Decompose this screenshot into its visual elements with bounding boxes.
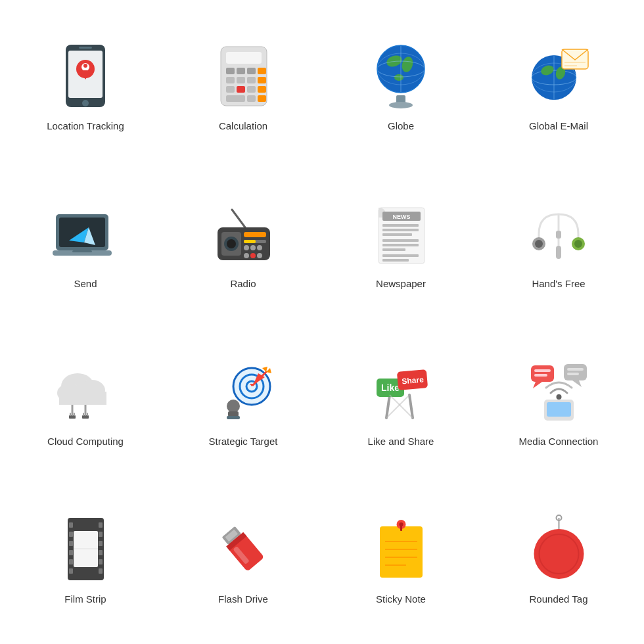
location-tracking-label: Location Tracking: [47, 120, 124, 131]
film-strip-label: Film Strip: [64, 593, 106, 605]
icon-cell-send[interactable]: Send: [7, 164, 164, 322]
hands-free-label: Hand's Free: [532, 278, 585, 289]
svg-line-52: [232, 210, 245, 227]
svg-rect-129: [567, 373, 579, 375]
svg-rect-96: [83, 413, 84, 416]
radio-label: Radio: [230, 278, 256, 289]
svg-rect-74: [382, 244, 419, 246]
svg-point-31: [394, 74, 403, 81]
svg-rect-57: [244, 232, 266, 237]
svg-rect-10: [226, 52, 262, 64]
svg-rect-95: [74, 413, 75, 416]
icon-cell-location-tracking[interactable]: Location Tracking: [7, 7, 164, 164]
flash-drive-label: Flash Drive: [218, 593, 268, 605]
svg-rect-22: [258, 86, 266, 93]
svg-rect-15: [226, 77, 235, 83]
flash-drive-icon: [207, 513, 279, 586]
svg-rect-76: [382, 254, 419, 257]
svg-rect-139: [99, 532, 103, 537]
globe-icon: [365, 40, 437, 112]
svg-rect-150: [380, 526, 423, 578]
svg-text:NEWS: NEWS: [392, 213, 410, 219]
svg-point-61: [250, 245, 256, 250]
global-email-icon: [522, 40, 595, 112]
svg-point-60: [244, 245, 249, 250]
icon-cell-like-and-share[interactable]: Like Share Like and Share: [322, 322, 480, 480]
svg-marker-123: [533, 382, 542, 388]
sticky-note-label: Sticky Note: [376, 593, 426, 605]
svg-rect-17: [247, 77, 256, 83]
svg-rect-137: [69, 568, 73, 574]
svg-rect-23: [226, 95, 245, 102]
icon-cell-radio[interactable]: Radio: [164, 164, 322, 322]
svg-rect-124: [534, 369, 551, 372]
svg-marker-127: [572, 380, 582, 387]
like-and-share-icon: Like Share: [365, 356, 437, 428]
svg-rect-21: [247, 86, 256, 93]
svg-text:Like: Like: [380, 382, 399, 393]
svg-rect-20: [237, 86, 245, 93]
svg-point-83: [574, 240, 582, 248]
svg-rect-143: [99, 568, 103, 574]
svg-rect-133: [69, 532, 73, 537]
hands-free-icon: [522, 198, 595, 270]
icon-cell-hands-free[interactable]: Hand's Free: [480, 164, 637, 322]
send-label: Send: [74, 278, 97, 289]
svg-rect-140: [99, 541, 103, 546]
like-and-share-label: Like and Share: [368, 436, 434, 447]
svg-point-6: [82, 100, 89, 106]
svg-rect-138: [99, 522, 103, 528]
location-tracking-icon: [49, 40, 122, 112]
svg-rect-25: [258, 95, 266, 102]
strategic-target-label: Strategic Target: [209, 436, 278, 447]
newspaper-icon: NEWS: [365, 198, 437, 270]
svg-point-81: [535, 240, 543, 248]
svg-text:Share: Share: [401, 375, 424, 386]
icon-cell-strategic-target[interactable]: Strategic Target: [164, 322, 322, 480]
icon-cell-flash-drive[interactable]: Flash Drive: [164, 480, 322, 637]
icon-cell-film-strip[interactable]: Film Strip: [7, 480, 164, 637]
globe-label: Globe: [388, 120, 414, 131]
svg-rect-134: [69, 541, 73, 546]
film-strip-icon: [49, 513, 122, 586]
cloud-computing-icon: [49, 356, 122, 428]
rounded-tag-label: Rounded Tag: [530, 593, 588, 605]
icon-cell-cloud-computing[interactable]: Cloud Computing: [7, 322, 164, 480]
icon-cell-sticky-note[interactable]: Sticky Note: [322, 480, 480, 637]
sticky-note-icon: [365, 513, 437, 586]
svg-point-27: [389, 102, 413, 108]
svg-rect-7: [79, 47, 92, 49]
svg-rect-141: [99, 550, 103, 555]
icon-cell-newspaper[interactable]: NEWS Newspaper: [322, 164, 480, 322]
icon-cell-global-email[interactable]: Global E-Mail: [480, 7, 637, 164]
radio-icon: [207, 198, 279, 270]
icon-cell-media-connection[interactable]: Media Connection: [480, 322, 637, 480]
svg-rect-93: [70, 413, 71, 416]
svg-rect-88: [59, 392, 106, 405]
icon-grid: Location Tracking: [0, 0, 644, 644]
svg-rect-128: [567, 368, 584, 371]
svg-rect-19: [226, 86, 235, 93]
svg-rect-24: [247, 95, 256, 102]
calculation-label: Calculation: [219, 120, 267, 131]
svg-rect-135: [69, 550, 73, 555]
media-connection-label: Media Connection: [519, 436, 599, 447]
svg-rect-122: [531, 365, 554, 382]
svg-rect-51: [72, 250, 92, 252]
calculation-icon: [207, 40, 279, 112]
rounded-tag-icon: [522, 513, 595, 586]
svg-rect-71: [382, 229, 419, 231]
svg-point-121: [556, 394, 561, 400]
svg-point-160: [534, 529, 584, 579]
svg-rect-101: [227, 416, 240, 419]
svg-rect-125: [534, 374, 547, 377]
icon-cell-rounded-tag[interactable]: Rounded Tag: [480, 480, 637, 637]
svg-point-63: [244, 253, 249, 258]
svg-rect-13: [247, 68, 256, 74]
svg-rect-100: [228, 411, 239, 417]
icon-cell-globe[interactable]: Globe: [322, 7, 480, 164]
svg-point-56: [227, 239, 236, 248]
icon-cell-calculation[interactable]: Calculation: [164, 7, 322, 164]
media-connection-icon: [522, 356, 595, 428]
svg-rect-120: [547, 402, 571, 417]
